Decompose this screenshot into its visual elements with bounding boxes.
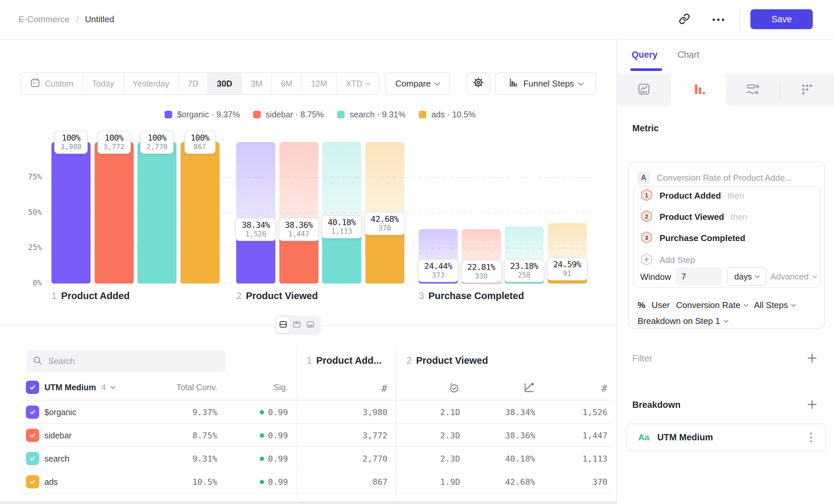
layout-chart-only-button[interactable] [290,317,303,333]
breakdown-on-step-dropdown[interactable]: Breakdown on Step 1 [638,314,728,328]
cell-step2-conv: 40.18% [478,447,535,470]
add-step-button[interactable]: Add Step [640,253,695,267]
add-breakdown-button[interactable] [806,398,818,411]
tab-trends[interactable] [617,74,671,106]
bar-count: 370 [371,224,398,232]
group-number: 2 [407,355,412,366]
cell-step2-count: 1,447 [551,424,608,447]
add-filter-button[interactable] [806,352,818,364]
legend-item-ads[interactable]: ads · 10.5% [419,110,475,119]
range-30d[interactable]: 30D [208,73,242,94]
row-checkbox[interactable] [26,452,39,465]
bar-percent: 38.34% [242,220,270,230]
layout-table-only-button[interactable] [304,317,317,333]
row-checkbox[interactable] [26,406,39,419]
window-unit-select[interactable]: days [727,267,766,286]
breadcrumb-project[interactable]: E-Commerce [19,14,69,25]
range-6m[interactable]: 6M [272,73,302,94]
significance-value: 0.99 [268,408,288,417]
tab-funnels-active[interactable] [671,74,726,106]
range-7d[interactable]: 7D [179,73,208,94]
window-value-input[interactable] [676,267,722,286]
bar-count: 3,772 [104,143,125,151]
breakdown-column-count: 4 [102,383,106,392]
compare-button[interactable]: Compare [385,72,450,95]
trend-chart-icon [637,82,651,97]
bar-count: 91 [553,270,581,277]
measure-prefix: % [638,300,645,311]
metric-title[interactable]: Conversion Rate of Product Adde... [657,173,792,183]
metric-title-row: A Conversion Rate of Product Adde... [637,171,792,184]
bar-value-tooltip: 38.34%1,526 [236,218,276,241]
legend-item-organic[interactable]: $organic · 9.37% [164,110,240,119]
range-xtd[interactable]: XTD [337,73,378,94]
bar-value-tooltip: 42.68%370 [364,212,405,235]
bar-value-tooltip: 22.81%330 [461,260,501,283]
range-3m[interactable]: 3M [242,73,272,94]
subcolumn-hash-button[interactable]: # [319,380,388,396]
column-header-total-conv[interactable]: Total Conv. [146,380,217,395]
tab-segmentation[interactable] [780,74,834,106]
share-link-button[interactable] [677,12,692,27]
stopwatch-check-icon [448,382,460,395]
subcolumn-stopwatch-check-button[interactable] [408,380,460,396]
metric-step-1[interactable]: 1Product Addedthen [640,188,744,203]
measure-type-dropdown[interactable]: Conversion Rate [676,300,748,311]
layout-split-button[interactable] [277,317,290,333]
search-input[interactable] [48,356,219,366]
chart-settings-button[interactable] [466,72,490,95]
chart-type-label: Funnel Steps [523,78,574,89]
tab-chart[interactable]: Chart [677,50,699,60]
chevron-down-icon [578,80,584,86]
column-header-sig[interactable]: Sig. [245,380,288,395]
kebab-menu-icon[interactable] [808,430,814,444]
legend-swatch [164,111,172,118]
cell-step2-conv: 42.68% [478,470,535,494]
row-checkbox[interactable] [26,475,39,488]
more-menu-button[interactable] [710,12,726,27]
chevron-down-icon [435,80,440,86]
bar-$organic[interactable] [51,142,91,283]
measure-entity[interactable]: User [652,300,670,311]
breadcrumb: E-Commerce / Untitled [19,0,114,39]
chart-type-selector[interactable]: Funnel Steps [495,72,596,95]
chart-only-view-icon [292,320,301,330]
row-checkbox[interactable] [26,429,39,442]
bar-percent: 23.18% [510,261,538,271]
metric-step-2[interactable]: 2Product Viewedthen [640,210,747,224]
subcolumn-hash-button[interactable]: # [551,380,608,396]
save-button[interactable]: Save [750,9,813,29]
range-12m[interactable]: 12M [302,73,337,94]
range-custom[interactable]: Custom [21,73,83,94]
cell-step2-conv: 38.36% [478,424,535,447]
range-yesterday[interactable]: Yesterday [124,73,179,94]
measure-scope-dropdown[interactable]: All Steps [754,300,795,311]
bar-ads[interactable] [180,142,220,283]
step-label-3: 3Purchase Completed [419,291,524,301]
y-axis-tick: 25% [13,243,42,252]
cell-significance: 0.99 [245,424,288,447]
subcolumn-conversion-chart-button[interactable] [478,380,535,396]
metric-step-3[interactable]: 3Purchase Completed [640,231,745,245]
chevron-down-icon [110,384,115,389]
bar-count: 258 [510,271,538,279]
breakdown-item[interactable]: Aa UTM Medium [626,423,826,451]
breakdown-column-label[interactable]: UTM Medium [44,383,96,392]
funnel-chart-icon [508,77,519,90]
bar-sidebar[interactable] [94,142,134,283]
chart-legend: $organic · 9.37%sidebar · 8.75%search · … [46,108,594,121]
bar-percent: 42.68% [371,214,398,224]
bar-search[interactable] [137,142,176,283]
range-today[interactable]: Today [83,73,124,94]
legend-swatch [253,111,261,118]
legend-item-search[interactable]: search · 9.31% [337,110,405,119]
legend-item-sidebar[interactable]: sidebar · 8.75% [253,110,324,119]
metric-step-suffix: then [727,191,744,201]
tab-query[interactable]: Query [632,50,658,60]
tab-retention[interactable] [726,74,780,106]
advanced-toggle[interactable]: Advanced [770,267,816,286]
cell-total-conv: 10.5% [146,470,217,494]
layout-toggle [275,315,321,335]
select-all-checkbox[interactable] [26,381,39,394]
breadcrumb-page-title[interactable]: Untitled [85,14,114,25]
